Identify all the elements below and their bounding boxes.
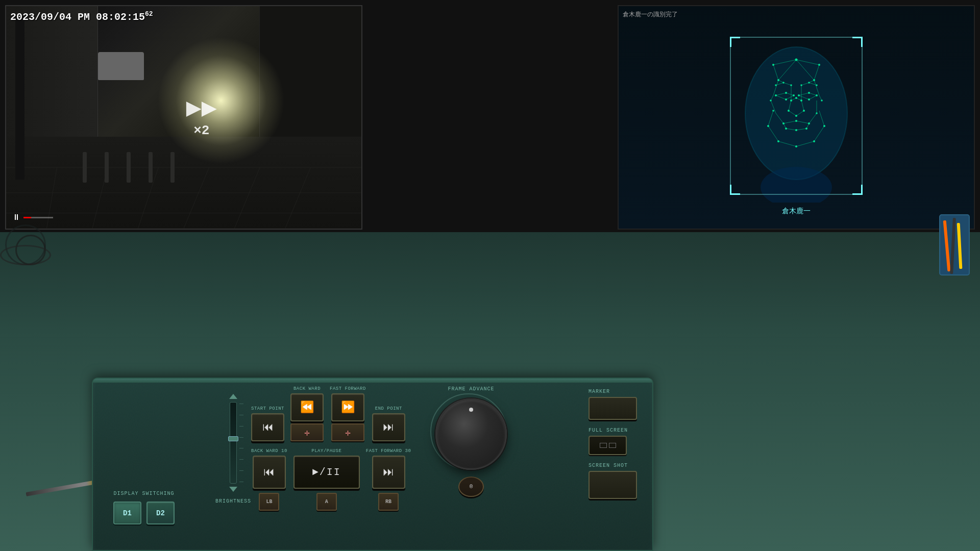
brightness-section: BRIGHTNESS xyxy=(215,394,251,504)
full-screen-label: FULL SCREEN xyxy=(589,428,628,433)
control-panel: DISPLAY SWITCHING D1 D2 xyxy=(92,378,653,551)
full-screen-button[interactable] xyxy=(589,436,627,455)
r-button[interactable]: ® xyxy=(458,477,484,497)
pen-1 xyxy=(943,220,951,271)
monitor-right: 倉木鹿一の識別完了 xyxy=(618,5,975,230)
cables xyxy=(0,219,102,321)
slider-mark xyxy=(239,448,243,448)
play-pause-label: PLAY/PAUSE xyxy=(311,448,341,454)
fast-forward30-group: FAST FORWARD 30 ⏭ RB xyxy=(366,448,411,511)
knob-dot xyxy=(469,408,473,412)
frame-advance-section: FRAME ADVANCE ® xyxy=(433,386,509,497)
a-button[interactable]: A xyxy=(316,493,337,511)
end-point-icon: ⏭ xyxy=(383,420,394,434)
frame-advance-label: FRAME ADVANCE xyxy=(448,386,494,392)
desk-background: 2023/09/04 PM 08:02:1562 ▶▶ ×2 ⏸ xyxy=(0,0,980,551)
brightness-slider-thumb[interactable] xyxy=(228,436,238,441)
ff-plus-minus-icon: ✛ xyxy=(345,427,351,438)
pen-2 xyxy=(950,218,956,274)
start-point-icon: ⏮ xyxy=(262,420,274,434)
panel-top-edge xyxy=(93,379,652,383)
progress-track[interactable] xyxy=(23,217,53,218)
screen-shot-button[interactable] xyxy=(589,471,637,499)
fs-rect-1 xyxy=(600,443,607,448)
slider-mark xyxy=(239,426,243,427)
marker-label: MARKER xyxy=(589,389,610,394)
full-screen-group: FULL SCREEN xyxy=(589,428,628,455)
transport-top-row: START POINT ⏮ BACK WARD ⏪ ✛ xyxy=(251,386,411,441)
transport-section: START POINT ⏮ BACK WARD ⏪ ✛ xyxy=(251,386,411,511)
ff-indicator: ▶▶ ×2 xyxy=(186,96,217,138)
fast-forward-label: FAST FORWARD xyxy=(330,386,366,391)
backward-plus-minus-icon: ✛ xyxy=(304,427,310,438)
backward-group: BACK WARD ⏪ ✛ xyxy=(290,386,324,441)
monitors-area: 2023/09/04 PM 08:02:1562 ▶▶ ×2 ⏸ xyxy=(0,0,980,232)
marker-button[interactable] xyxy=(589,397,637,420)
screen-shot-label: SCREEN SHOT xyxy=(589,463,628,468)
start-point-group: START POINT ⏮ xyxy=(251,406,284,441)
backward10-button[interactable]: ⏮ xyxy=(253,456,286,489)
scan-corner-bl xyxy=(730,185,740,195)
ff-arrows: ▶▶ xyxy=(186,96,217,122)
fast-forward30-label: FAST FORWARD 30 xyxy=(366,448,411,454)
brightness-arrow-up xyxy=(229,394,237,399)
cctv-timestamp: 2023/09/04 PM 08:02:1562 xyxy=(10,10,153,23)
display-buttons: D1 D2 xyxy=(113,502,175,524)
transport-bottom-row: BACK WARD 10 ⏮ LB PLAY/PAUSE ►/II A xyxy=(251,448,411,511)
backward-button[interactable]: ⏪ xyxy=(290,393,324,421)
display-switching-section: DISPLAY SWITCHING D1 D2 xyxy=(113,491,175,524)
pencil xyxy=(26,479,102,496)
end-point-group: END POINT ⏭ xyxy=(372,406,405,441)
d1-button[interactable]: D1 xyxy=(113,502,141,524)
monitor-left: 2023/09/04 PM 08:02:1562 ▶▶ ×2 ⏸ xyxy=(5,5,362,230)
marker-group: MARKER xyxy=(589,389,637,420)
rb-button[interactable]: RB xyxy=(378,493,399,511)
fs-rect-2 xyxy=(609,443,616,448)
slider-mark xyxy=(239,415,243,415)
play-pause-icon: ►/II xyxy=(312,466,341,478)
slider-mark xyxy=(239,437,243,438)
play-pause-button[interactable]: ►/II xyxy=(293,456,360,489)
end-point-label: END POINT xyxy=(375,406,402,411)
pen-holder xyxy=(939,214,970,276)
fast-forward-mid-button[interactable]: ✛ xyxy=(331,423,364,441)
d2-button[interactable]: D2 xyxy=(146,502,175,524)
backward10-icon: ⏮ xyxy=(263,465,275,479)
slider-mark xyxy=(239,459,243,460)
cable-3 xyxy=(0,245,51,265)
fast-forward-button[interactable]: ⏩ xyxy=(331,393,364,421)
screen-shot-group: SCREEN SHOT xyxy=(589,463,637,499)
backward10-group: BACK WARD 10 ⏮ LB xyxy=(251,448,287,511)
progress-fill xyxy=(23,217,31,218)
backward-mid-button[interactable]: ✛ xyxy=(290,423,324,441)
svg-line-8 xyxy=(285,167,311,228)
timestamp-ms: 62 xyxy=(145,10,153,18)
ff-multiplier: ×2 xyxy=(193,123,209,138)
start-point-button[interactable]: ⏮ xyxy=(251,413,284,441)
timestamp-text: 2023/09/04 PM 08:02:15 xyxy=(10,11,145,23)
brightness-slider-track[interactable] xyxy=(230,402,237,484)
brightness-arrow-down xyxy=(229,487,237,492)
right-controls-section: MARKER FULL SCREEN SCREEN SHOT xyxy=(589,389,637,499)
lb-button[interactable]: LB xyxy=(259,493,279,511)
scan-corner-tr xyxy=(852,37,863,47)
frame-advance-knob[interactable] xyxy=(435,398,507,470)
facial-recognition-header: 倉木鹿一の識別完了 xyxy=(623,10,678,19)
fast-forward-group: FAST FORWARD ⏩ ✛ xyxy=(330,386,366,441)
scan-corner-tl xyxy=(730,37,740,47)
end-point-button[interactable]: ⏭ xyxy=(372,413,405,441)
face-scan-box xyxy=(730,37,863,195)
backward-icon: ⏪ xyxy=(300,400,314,414)
fast-forward30-button[interactable]: ⏭ xyxy=(372,456,405,489)
scan-corner-br xyxy=(852,185,863,195)
subject-name: 倉木鹿一 xyxy=(782,207,811,216)
fast-forward30-icon: ⏭ xyxy=(383,465,394,479)
svg-line-6 xyxy=(184,167,209,228)
slider-mark xyxy=(239,482,243,482)
knob-container xyxy=(433,396,509,472)
start-point-label: START POINT xyxy=(251,406,284,411)
slider-mark xyxy=(239,470,243,471)
display-switching-label: DISPLAY SWITCHING xyxy=(113,491,174,496)
backward10-label: BACK WARD 10 xyxy=(251,448,287,454)
play-pause-group: PLAY/PAUSE ►/II A xyxy=(293,448,360,511)
